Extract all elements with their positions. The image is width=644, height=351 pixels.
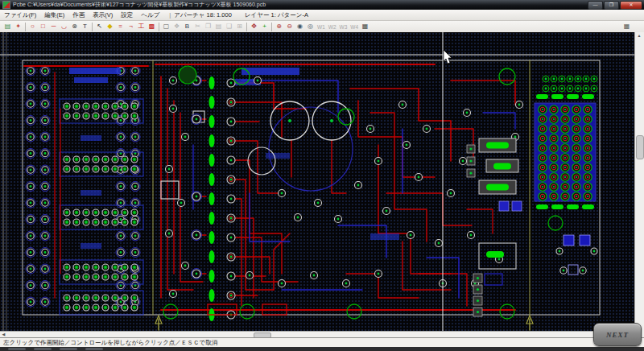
app-icon	[2, 1, 10, 9]
paste-icon[interactable]: ▤	[213, 22, 224, 31]
arc-tool-icon[interactable]: ◡	[59, 22, 69, 31]
layer-status: レイヤー 1: パターン-A	[245, 11, 308, 19]
zoom-out-icon[interactable]: ⊖	[284, 22, 295, 31]
menu-item-2[interactable]: 作画	[72, 11, 85, 19]
cut-icon[interactable]: ✂	[192, 22, 203, 31]
menu-separator: |	[169, 11, 171, 19]
scroll-up-icon[interactable]: ▲	[635, 32, 643, 39]
panel-toggle-icon[interactable]: ▦	[621, 22, 632, 31]
middle-board-section	[155, 64, 523, 321]
menu-item-4[interactable]: 設定	[121, 11, 133, 19]
block-tool-icon[interactable]: B	[182, 22, 192, 31]
left-board-section	[24, 66, 148, 315]
window-label-w1[interactable]: W1	[317, 24, 325, 30]
rect-tool-icon[interactable]: □	[38, 22, 48, 31]
window-label-w3[interactable]: W3	[340, 24, 348, 30]
taskbar-strip	[0, 347, 644, 351]
aperture-status: アパーチャ 18: 1.000	[174, 11, 232, 19]
highlighted-net-pads	[209, 76, 236, 321]
save-file-icon[interactable]: ✦	[13, 22, 23, 31]
toolbar-separator	[246, 23, 247, 31]
status-text: 左クリックで作画開始／コントロールを押しながらクリック点／ＥＳＣで取消	[3, 339, 217, 346]
land-tool-icon[interactable]: ◆	[105, 22, 115, 31]
window-cascade-icon[interactable]: ⊞	[234, 22, 245, 31]
window-title: Pcbe C:¥Users¥da¥Documents¥技術¥127ココナッツ開発…	[13, 1, 266, 9]
scroll-left-icon[interactable]: ◀	[0, 332, 7, 337]
maximize-button[interactable]: ❐	[604, 1, 619, 10]
right-board-section	[535, 76, 597, 275]
window-label-w2[interactable]: W2	[328, 24, 336, 30]
select-tool-icon[interactable]: ↖	[94, 22, 105, 31]
group-tool-icon[interactable]: ❖	[171, 22, 182, 31]
menu-item-3[interactable]: 表示(V)	[93, 11, 113, 19]
window-tile-icon[interactable]: ❏	[224, 22, 234, 31]
window-label-w4[interactable]: W4	[350, 24, 358, 30]
pcb-canvas[interactable]	[0, 32, 635, 331]
minimize-button[interactable]: —	[588, 1, 603, 10]
toolbar: ▤✦○□─◡⊗T↖◆=¬工▩▢❖B✂❐▤❏⊞✥+⊕⊖◉◎W1W2W3W4▦▦	[0, 21, 644, 33]
menu-item-1[interactable]: 編集(E)	[44, 11, 64, 19]
copy-icon[interactable]: ❐	[203, 22, 213, 31]
open-file-icon[interactable]: ▤	[2, 22, 13, 31]
vertical-scrollbar[interactable]: ▲ ▼	[634, 32, 644, 337]
pcbe-window: Pcbe C:¥Users¥da¥Documents¥技術¥127ココナッツ開発…	[0, 0, 644, 351]
toolbar-separator	[159, 23, 159, 31]
text-tool-icon[interactable]: T	[80, 22, 90, 31]
align-tool-icon[interactable]: =	[115, 22, 126, 31]
title-bar: Pcbe C:¥Users¥da¥Documents¥技術¥127ココナッツ開発…	[0, 0, 644, 10]
close-button[interactable]: ✕	[620, 1, 642, 10]
zoom-in-icon[interactable]: ⊕	[274, 22, 284, 31]
width-tool-icon[interactable]: 工	[136, 22, 147, 31]
mouse-cursor	[444, 50, 452, 64]
menu-item-0[interactable]: ファイル(F)	[4, 11, 36, 19]
pad-tool-icon[interactable]: ⊗	[69, 22, 80, 31]
area-select-tool-icon[interactable]: ▢	[161, 22, 171, 31]
vertical-scroll-thumb[interactable]	[636, 135, 644, 159]
circle-tool-icon[interactable]: ○	[27, 22, 38, 31]
grid-icon[interactable]: ▦	[360, 22, 370, 31]
toolbar-separator	[92, 23, 93, 31]
zoom-select-icon[interactable]: ◎	[305, 22, 316, 31]
delete-area-tool-icon[interactable]: ▩	[147, 22, 157, 31]
menu-bar: ファイル(F)編集(E)作画表示(V)設定ヘルプ | アパーチャ 18: 1.0…	[0, 10, 644, 21]
origin-tool-icon[interactable]: +	[259, 22, 270, 31]
line-tool-icon[interactable]: ─	[48, 22, 59, 31]
smd-components	[467, 138, 522, 316]
zoom-all-icon[interactable]: ◉	[295, 22, 305, 31]
next-button[interactable]: NEXT	[593, 323, 642, 346]
corner-tool-icon[interactable]: ¬	[126, 22, 136, 31]
toolbar-separator	[25, 23, 26, 31]
status-bar: 左クリックで作画開始／コントロールを押しながらクリック点／ＥＳＣで取消	[0, 337, 644, 347]
menu-item-5[interactable]: ヘルプ	[141, 11, 159, 19]
toolbar-separator	[271, 23, 272, 31]
move-tool-icon[interactable]: ✥	[249, 22, 259, 31]
